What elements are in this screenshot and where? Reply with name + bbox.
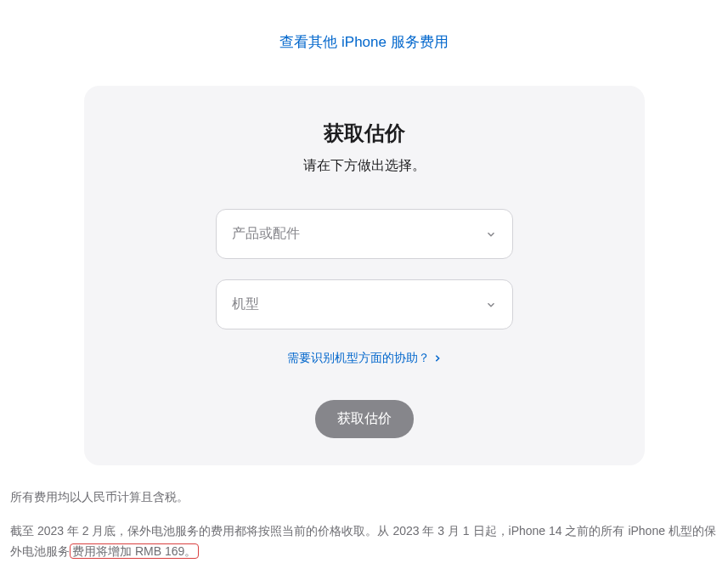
get-estimate-button[interactable]: 获取估价 (315, 400, 414, 438)
card-title: 获取估价 (118, 120, 611, 147)
model-select[interactable]: 机型 (216, 279, 513, 329)
top-link-wrapper: 查看其他 iPhone 服务费用 (7, 0, 721, 69)
identify-model-help-link[interactable]: 需要识别机型方面的协助？ (287, 351, 442, 364)
chevron-down-icon (485, 228, 497, 240)
model-select-placeholder: 机型 (232, 296, 259, 313)
chevron-right-icon (434, 352, 441, 365)
price-increase-note: 截至 2023 年 2 月底，保外电池服务的费用都将按照当前的价格收取。从 20… (7, 521, 721, 562)
card-subtitle: 请在下方做出选择。 (118, 157, 611, 175)
model-select-wrapper: 机型 (216, 279, 513, 329)
product-select-placeholder: 产品或配件 (232, 225, 300, 243)
currency-note: 所有费用均以人民币计算且含税。 (7, 487, 721, 506)
estimate-card: 获取估价 请在下方做出选择。 产品或配件 机型 需要识别机型方面的协助？ (84, 86, 645, 465)
help-link-text: 需要识别机型方面的协助？ (287, 351, 430, 364)
view-other-services-link[interactable]: 查看其他 iPhone 服务费用 (279, 34, 448, 50)
product-select-wrapper: 产品或配件 (216, 209, 513, 259)
product-select[interactable]: 产品或配件 (216, 209, 513, 259)
price-highlight-box: 费用将增加 RMB 169。 (70, 543, 199, 559)
help-link-wrapper: 需要识别机型方面的协助？ (118, 350, 611, 366)
chevron-down-icon (485, 299, 497, 311)
